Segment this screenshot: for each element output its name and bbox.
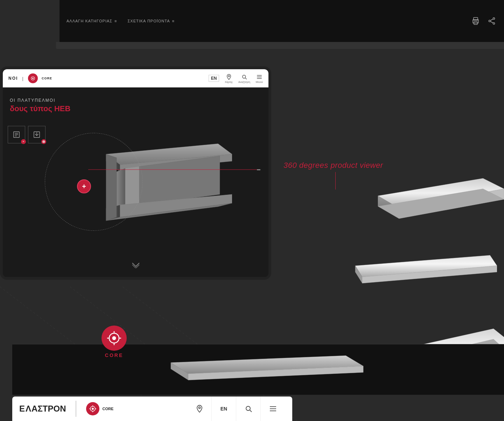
core-logo-mobile: CORE — [86, 402, 113, 415]
tablet-frame: ΝΟΙ | CORE EN — [0, 66, 271, 280]
mobile-logo-area: Ε Λ Α Σ Τ Ρ Ο Ν — [19, 401, 113, 417]
tablet-core-logo — [28, 73, 38, 83]
share-icon[interactable] — [486, 16, 497, 26]
category-menu-icon: ≡ — [114, 19, 117, 23]
svg-point-46 — [257, 169, 260, 170]
laptop-nav-category[interactable]: ΑΛΛΑΓΗ ΚΑΤΗΓΟΡΙΑΣ ≡ — [66, 19, 117, 23]
svg-point-6 — [493, 18, 495, 20]
mobile-screen: Ε Λ Α Σ Τ Ρ Ο Ν — [12, 397, 292, 421]
logo-divider — [76, 401, 76, 417]
elastron-r: Ρ — [48, 404, 53, 414]
laptop-nav-related[interactable]: ΣΧΕΤΙΚΑ ΠΡΟΪΟΝΤΑ ≡ — [128, 19, 175, 23]
print-icon[interactable] — [470, 16, 481, 26]
mobile-content-preview — [12, 344, 504, 395]
mobile-search-btn[interactable] — [236, 397, 261, 421]
annotation-vertical-line — [335, 172, 336, 190]
elastron-a: Α — [31, 404, 37, 414]
elastron-lambda: Λ — [26, 404, 31, 414]
mobile-lang-btn[interactable]: EN — [212, 397, 236, 421]
tablet-brand-text: ΝΟΙ — [8, 76, 18, 81]
core-circle-mobile — [86, 402, 99, 415]
elastron-o: Ο — [53, 404, 60, 414]
core-bottom-circle — [102, 326, 127, 351]
search-label: Αναζήτηση — [238, 81, 250, 83]
product-image-1 — [374, 168, 504, 238]
annotation-line-container — [88, 165, 267, 172]
elastron-n: Ν — [60, 404, 66, 414]
core-text-mobile: CORE — [102, 407, 113, 411]
tablet-action-icons: + — [8, 126, 46, 143]
svg-line-10 — [491, 22, 493, 23]
svg-point-65 — [246, 406, 250, 411]
tablet-menu-icon[interactable]: Μενού — [256, 74, 263, 83]
svg-marker-38 — [125, 166, 139, 207]
svg-line-21 — [245, 78, 247, 79]
annotation-360-text: 360 degrees product viewer — [284, 161, 383, 170]
mobile-menu-btn[interactable] — [261, 397, 285, 421]
core-bottom-text: CORE — [102, 352, 127, 358]
core-bottom-badge: CORE — [102, 326, 127, 358]
tablet-nav-right: EN Χάρτης Αναζήτηση — [209, 74, 263, 83]
tablet-separator: | — [22, 76, 24, 81]
svg-marker-44 — [106, 154, 117, 221]
annotation-label: 360 degrees product viewer — [284, 161, 383, 170]
product-image-2 — [354, 248, 497, 294]
svg-point-64 — [198, 407, 200, 409]
svg-point-20 — [243, 75, 246, 78]
tablet-search-icon[interactable]: Αναζήτηση — [238, 74, 250, 83]
plus-badge-1: + — [21, 139, 26, 144]
laptop-mockup: ΑΛΛΑΓΗ ΚΑΤΗΓΟΡΙΑΣ ≡ ΣΧΕΤΙΚΑ ΠΡΟΪΟΝΤΑ ≡ — [59, 0, 504, 49]
elastron-t: Τ — [43, 404, 48, 414]
pdf-download-icon[interactable]: + — [8, 126, 25, 143]
svg-point-59 — [92, 408, 94, 410]
elastron-logo: Ε Λ Α Σ Τ Ρ Ο Ν — [19, 404, 66, 414]
related-label: ΣΧΕΤΙΚΑ ΠΡΟΪΟΝΤΑ — [128, 19, 170, 23]
mobile-location-btn[interactable] — [187, 397, 212, 421]
svg-point-19 — [228, 75, 230, 77]
tablet-header: ΝΟΙ | CORE EN — [3, 69, 268, 87]
elastron-s: Σ — [37, 404, 42, 414]
tablet-map-icon[interactable]: Χάρτης — [225, 74, 233, 83]
map-label: Χάρτης — [225, 81, 233, 83]
svg-point-7 — [489, 20, 491, 22]
plus-badge-2 — [41, 139, 46, 144]
svg-marker-37 — [117, 168, 125, 210]
mobile-lang-text: EN — [220, 406, 227, 412]
menu-label: Μενού — [256, 81, 263, 83]
tablet-lang-selector[interactable]: EN — [209, 75, 219, 82]
product-main-title: δους τύπος ΗΕΒ — [10, 104, 70, 113]
tablet-screen: ΝΟΙ | CORE EN — [3, 69, 268, 277]
scroll-indicator — [131, 261, 141, 270]
laptop-nav: ΑΛΛΑΓΗ ΚΑΤΗΓΟΡΙΑΣ ≡ ΣΧΕΤΙΚΑ ΠΡΟΪΟΝΤΑ ≡ — [66, 19, 470, 23]
related-menu-icon: ≡ — [172, 19, 175, 23]
svg-point-18 — [32, 78, 34, 79]
svg-line-9 — [491, 19, 493, 21]
mobile-nav-right: EN — [187, 397, 285, 421]
tablet-mockup: ΝΟΙ | CORE EN — [0, 66, 271, 281]
tablet-logo-area: ΝΟΙ | CORE — [8, 73, 52, 83]
tablet-content: ΟΙ ΠΛΑΤΥΠΕΛΜΟΙ δους τύπος ΗΕΒ + — [3, 87, 268, 277]
tablet-core-text: CORE — [42, 77, 52, 80]
category-label: ΑΛΛΑΓΗ ΚΑΤΗΓΟΡΙΑΣ — [66, 19, 112, 23]
plus-icon: + — [82, 183, 86, 191]
spec-download-icon[interactable] — [28, 126, 46, 143]
elastron-text: Ε — [19, 404, 26, 414]
svg-point-74 — [112, 336, 116, 340]
svg-line-66 — [250, 410, 252, 412]
laptop-screen: ΑΛΛΑΓΗ ΚΑΤΗΓΟΡΙΑΣ ≡ ΣΧΕΤΙΚΑ ΠΡΟΪΟΝΤΑ ≡ — [59, 0, 504, 42]
mobile-mockup: Ε Λ Α Σ Τ Ρ Ο Ν — [12, 344, 504, 421]
laptop-icon-group — [470, 16, 497, 26]
svg-point-8 — [493, 23, 495, 24]
svg-rect-3 — [474, 17, 478, 20]
view-360-button[interactable]: + — [77, 179, 91, 193]
tablet-product-title: ΟΙ ΠΛΑΤΥΠΕΛΜΟΙ δους τύπος ΗΕΒ — [10, 98, 70, 113]
laptop-base — [56, 42, 504, 49]
product-category: ΟΙ ΠΛΑΤΥΠΕΛΜΟΙ — [10, 98, 70, 103]
